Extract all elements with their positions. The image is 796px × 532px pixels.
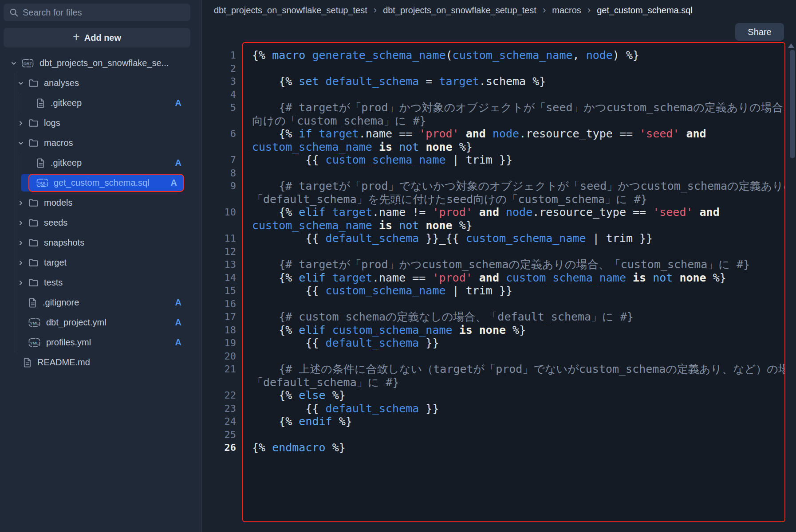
line-number: 24 <box>202 415 242 428</box>
chevron-down-icon <box>11 60 17 66</box>
tree-item-label: seeds <box>44 218 67 228</box>
scrollbar-up-icon[interactable] <box>788 43 794 48</box>
line-number: 3 <box>202 75 242 88</box>
search-icon <box>9 8 19 17</box>
share-button[interactable]: Share <box>735 23 784 41</box>
folder-icon <box>28 78 39 89</box>
line-number: 15 <box>202 284 242 297</box>
code-line: {{ default_schema }} <box>252 336 784 350</box>
breadcrumb-chevron-icon: › <box>587 4 591 16</box>
line-number <box>202 219 242 232</box>
line-number: 22 <box>202 389 242 402</box>
code-line: {% elif custom_schema_name is none %} <box>252 324 784 337</box>
code-line <box>252 62 784 75</box>
folder-icon <box>28 237 39 248</box>
line-number: 23 <box>202 402 242 415</box>
file-icon <box>22 357 32 368</box>
code-line: 「default_schema」を先頭に付けたseed向けの「custom_sc… <box>252 193 784 206</box>
tree-item-label: .gitkeep <box>51 98 82 108</box>
tree-item-get-custom-schema-sql[interactable]: SQLget_custom_schema.sqlA <box>0 173 202 193</box>
tree-item-dbt-projects-on-snowflake-se-[interactable]: DBTdbt_projects_on_snowflake_se... <box>0 53 202 73</box>
breadcrumb-item[interactable]: dbt_projects_on_snowflake_setup_test <box>214 5 367 16</box>
git-status-badge: A <box>175 98 181 108</box>
svg-text:YML: YML <box>30 340 39 345</box>
add-new-button[interactable]: + Add new <box>4 28 190 47</box>
line-number: 20 <box>202 350 242 363</box>
folder-icon <box>28 117 39 129</box>
tree-item--gitkeep[interactable]: .gitkeepA <box>0 153 202 173</box>
line-number: 9 <box>202 180 242 193</box>
line-number: 2 <box>202 62 242 75</box>
tree-item--gitignore[interactable]: .gitignoreA <box>0 293 202 313</box>
dbt-project-icon: DBT <box>21 58 35 69</box>
code-line: {# targetが「prod」かつcustom_schemaの定義ありの場合、… <box>252 258 784 271</box>
code-line: {# custom_schemaの定義なしの場合、「default_schema… <box>252 310 784 324</box>
line-number: 7 <box>202 153 242 167</box>
code-line <box>252 88 784 102</box>
line-number: 1 <box>202 49 242 62</box>
folder-icon <box>28 137 39 149</box>
tree-item-models[interactable]: models <box>0 193 202 213</box>
breadcrumb-item[interactable]: dbt_projects_on_snowflake_setup_test <box>383 5 536 16</box>
breadcrumb-item[interactable]: get_custom_schema.sql <box>597 5 693 16</box>
line-number: 14 <box>202 271 242 285</box>
code-line <box>252 428 784 442</box>
tree-item-dbt-project-yml[interactable]: YMLdbt_project.ymlA <box>0 313 202 332</box>
chevron-right-icon <box>18 220 24 226</box>
code-line: {{ custom_schema_name | trim }} <box>252 284 784 297</box>
selected-file-highlight[interactable]: SQLget_custom_schema.sqlA <box>28 174 184 192</box>
line-number: 19 <box>202 336 242 350</box>
tree-item-snapshots[interactable]: snapshots <box>0 233 202 253</box>
code-line: {% elif target.name != 'prod' and node.r… <box>252 206 784 219</box>
tree-item--gitkeep[interactable]: .gitkeepA <box>0 93 202 113</box>
tree-item-logs[interactable]: logs <box>0 113 202 133</box>
line-number: 21 <box>202 363 242 376</box>
git-status-badge: A <box>171 178 177 188</box>
plus-icon: + <box>73 31 80 43</box>
tree-item-label: target <box>44 258 67 268</box>
line-number: 4 <box>202 88 242 102</box>
line-number: 12 <box>202 245 242 258</box>
search-input[interactable] <box>23 8 185 18</box>
tree-item-readme-md[interactable]: README.md <box>0 352 202 372</box>
tree-item-label: get_custom_schema.sql <box>54 178 150 188</box>
code-line <box>252 167 784 180</box>
code-line: {% if target.name == 'prod' and node.res… <box>252 127 784 141</box>
file-icon <box>35 98 46 109</box>
git-status-badge: A <box>175 297 181 308</box>
tree-item-tests[interactable]: tests <box>0 273 202 293</box>
add-new-label: Add new <box>84 33 121 43</box>
tree-item-target[interactable]: target <box>0 253 202 273</box>
file-tree: DBTdbt_projects_on_snowflake_se...analys… <box>0 53 202 372</box>
code-editor[interactable]: {% macro generate_schema_name(custom_sch… <box>242 42 785 522</box>
line-number: 10 <box>202 206 242 219</box>
git-status-badge: A <box>175 317 181 328</box>
file-search[interactable] <box>4 4 190 21</box>
breadcrumb-chevron-icon: › <box>543 4 546 16</box>
line-number: 16 <box>202 297 242 311</box>
tree-item-label: dbt_project.yml <box>46 317 106 328</box>
editor-scrollbar[interactable] <box>790 50 795 158</box>
breadcrumb-item[interactable]: macros <box>552 5 581 16</box>
tree-item-macros[interactable]: macros <box>0 133 202 153</box>
tree-item-profiles-yml[interactable]: YMLprofiles.ymlA <box>0 332 202 352</box>
chevron-right-icon <box>18 280 24 286</box>
chevron-right-icon <box>18 260 24 266</box>
tree-item-label: .gitignore <box>43 297 79 308</box>
code-line: 「default_schema」に #} <box>252 376 784 389</box>
svg-text:DBT: DBT <box>24 61 32 66</box>
tree-item-label: analyses <box>44 78 79 88</box>
code-line: custom_schema_name is not none %} <box>252 219 784 232</box>
tree-item-seeds[interactable]: seeds <box>0 213 202 233</box>
tree-item-label: models <box>44 198 72 208</box>
code-line <box>252 245 784 258</box>
line-number: 8 <box>202 167 242 180</box>
code-line: {{ default_schema }}_{{ custom_schema_na… <box>252 232 784 245</box>
chevron-down-icon <box>18 140 24 146</box>
main-panel: dbt_projects_on_snowflake_setup_test›dbt… <box>202 0 796 532</box>
svg-text:YML: YML <box>30 321 39 325</box>
git-status-badge: A <box>175 158 181 168</box>
code-line: {% elif target.name == 'prod' and custom… <box>252 271 784 285</box>
tree-item-analyses[interactable]: analyses <box>0 73 202 93</box>
code-line: {% endmacro %} <box>252 441 784 454</box>
